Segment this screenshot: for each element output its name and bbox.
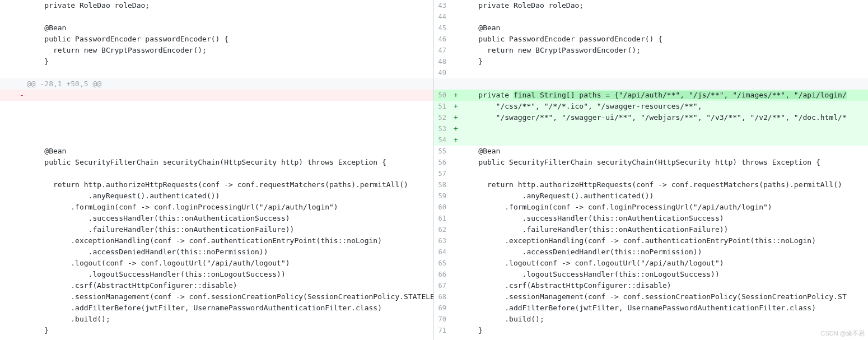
diff-row[interactable]: 54+ (434, 134, 868, 146)
code-cell: .exceptionHandling(conf -> conf.authenti… (461, 235, 868, 246)
diff-row[interactable] (0, 11, 433, 22)
diff-row[interactable]: .logoutSuccessHandler(this::onLogoutSucc… (0, 269, 433, 280)
line-number: 47 (434, 45, 451, 56)
diff-split-view: private RoleDao roleDao; @Bean public Pa… (0, 0, 868, 340)
line-number: 68 (434, 291, 451, 302)
code-cell: public SecurityFilterChain securityChain… (461, 157, 868, 168)
diff-row[interactable]: 51+ "/css/**", "/*/*.ico", "/swagger-res… (434, 101, 868, 112)
diff-row[interactable]: 47 return new BCryptPasswordEncoder(); (434, 45, 868, 56)
code-cell: private final String[] paths = {"/api/au… (461, 90, 868, 101)
diff-row[interactable]: 48 } (434, 56, 868, 67)
diff-row[interactable]: @@ -28,1 +50,5 @@ (0, 78, 433, 90)
diff-row[interactable]: 46 public PasswordEncoder passwordEncode… (434, 34, 868, 45)
line-number: 56 (434, 157, 451, 168)
diff-row[interactable]: 58 return http.authorizeHttpRequests(con… (434, 179, 868, 190)
diff-row[interactable]: 55 @Bean (434, 146, 868, 157)
line-number: 63 (434, 235, 451, 246)
inline-highlight: final String[] paths = {"/api/auth/**", … (514, 91, 847, 99)
diff-row[interactable]: 71 } (434, 325, 868, 336)
diff-row[interactable]: 50+ private final String[] paths = {"/ap… (434, 90, 868, 101)
code-cell: public PasswordEncoder passwordEncoder()… (461, 34, 868, 45)
diff-row[interactable]: private RoleDao roleDao; (0, 0, 433, 11)
diff-row[interactable] (0, 101, 433, 112)
code-cell: "/swagger/**", "/swagger-ui/**", "/webja… (461, 112, 868, 123)
diff-row[interactable]: 57 (434, 168, 868, 179)
diff-row[interactable]: 60 .formLogin(conf -> conf.loginProcessi… (434, 202, 868, 213)
line-number: 45 (434, 22, 451, 34)
diff-row[interactable]: return new BCryptPasswordEncoder(); (0, 45, 433, 56)
diff-row[interactable]: 52+ "/swagger/**", "/swagger-ui/**", "/w… (434, 112, 868, 123)
diff-row[interactable]: 45 @Bean (434, 22, 868, 34)
diff-row[interactable]: 67 .csrf(AbstractHttpConfigurer::disable… (434, 280, 868, 291)
diff-row[interactable]: } (0, 56, 433, 67)
code-cell: .accessDeniedHandler(this::noPermission)… (461, 246, 868, 258)
diff-row[interactable]: .accessDeniedHandler(this::noPermission)… (0, 246, 433, 258)
diff-row[interactable]: .addFilterBefore(jwtFilter, UsernamePass… (0, 302, 433, 314)
diff-row[interactable] (0, 112, 433, 123)
code-cell: @Bean (27, 22, 433, 34)
diff-row[interactable] (0, 123, 433, 134)
line-number: 50 (434, 90, 451, 101)
line-number: 46 (434, 34, 451, 45)
code-cell: .logout(conf -> conf.logoutUrl("/api/aut… (27, 258, 433, 269)
line-number: 60 (434, 202, 451, 213)
line-number: 44 (434, 11, 451, 22)
diff-row[interactable]: .csrf(AbstractHttpConfigurer::disable) (0, 280, 433, 291)
diff-row[interactable]: 63 .exceptionHandling(conf -> conf.authe… (434, 235, 868, 246)
diff-row[interactable]: 66 .logoutSuccessHandler(this::onLogoutS… (434, 269, 868, 280)
diff-row[interactable]: .failureHandler(this::onAuthenticationFa… (0, 224, 433, 235)
diff-row[interactable]: 49 (434, 67, 868, 78)
diff-row[interactable]: 69 .addFilterBefore(jwtFilter, UsernameP… (434, 302, 868, 314)
diff-row[interactable]: 62 .failureHandler(this::onAuthenticatio… (434, 224, 868, 235)
diff-row[interactable]: @Bean (0, 146, 433, 157)
diff-row[interactable]: .successHandler(this::onAuthenticationSu… (0, 213, 433, 224)
code-cell: @Bean (27, 146, 433, 157)
code-cell: @Bean (461, 146, 868, 157)
code-cell: return new BCryptPasswordEncoder(); (27, 45, 433, 56)
line-number: 43 (434, 0, 451, 11)
code-cell: .logout(conf -> conf.logoutUrl("/api/aut… (461, 258, 868, 269)
line-number: 67 (434, 280, 451, 291)
code-cell: .formLogin(conf -> conf.loginProcessingU… (27, 202, 433, 213)
diff-row[interactable]: } (0, 325, 433, 336)
diff-row[interactable]: @Bean (0, 22, 433, 34)
diff-row[interactable]: .formLogin(conf -> conf.loginProcessingU… (0, 202, 433, 213)
code-cell: .formLogin(conf -> conf.loginProcessingU… (461, 202, 868, 213)
line-number: 53 (434, 123, 451, 134)
code-cell (461, 78, 868, 90)
diff-row[interactable]: 56 public SecurityFilterChain securityCh… (434, 157, 868, 168)
diff-row[interactable] (0, 67, 433, 78)
diff-row[interactable]: 59 .anyRequest().authenticated()) (434, 190, 868, 202)
diff-row[interactable]: 65 .logout(conf -> conf.logoutUrl("/api/… (434, 258, 868, 269)
diff-row[interactable]: 53+ (434, 123, 868, 134)
code-cell: .successHandler(this::onAuthenticationSu… (461, 213, 868, 224)
diff-row[interactable]: 61 .successHandler(this::onAuthenticatio… (434, 213, 868, 224)
diff-row[interactable]: 44 (434, 11, 868, 22)
diff-row[interactable]: 68 .sessionManagement(conf -> conf.sessi… (434, 291, 868, 302)
diff-row[interactable]: public SecurityFilterChain securityChain… (0, 157, 433, 168)
line-number: 58 (434, 179, 451, 190)
line-number: 48 (434, 56, 451, 67)
diff-row[interactable]: .exceptionHandling(conf -> conf.authenti… (0, 235, 433, 246)
diff-row[interactable] (0, 134, 433, 146)
diff-row[interactable]: 70 .build(); (434, 314, 868, 325)
diff-row[interactable] (434, 78, 868, 90)
diff-row[interactable]: - (0, 90, 433, 101)
diff-sign: + (451, 112, 461, 123)
diff-row[interactable]: 43 private RoleDao roleDao; (434, 0, 868, 11)
diff-sign: + (451, 123, 461, 134)
diff-row[interactable]: public PasswordEncoder passwordEncoder()… (0, 34, 433, 45)
diff-row[interactable]: .anyRequest().authenticated()) (0, 190, 433, 202)
diff-left-pane[interactable]: private RoleDao roleDao; @Bean public Pa… (0, 0, 434, 340)
diff-right-pane[interactable]: 43 private RoleDao roleDao;4445 @Bean46 … (434, 0, 868, 340)
diff-row[interactable]: .logout(conf -> conf.logoutUrl("/api/aut… (0, 258, 433, 269)
diff-row[interactable] (0, 168, 433, 179)
line-number: 71 (434, 325, 451, 336)
line-number: 65 (434, 258, 451, 269)
code-cell: .failureHandler(this::onAuthenticationFa… (27, 224, 433, 235)
diff-row[interactable]: return http.authorizeHttpRequests(conf -… (0, 179, 433, 190)
code-text: private (461, 91, 514, 99)
diff-row[interactable]: .sessionManagement(conf -> conf.sessionC… (0, 291, 433, 302)
diff-row[interactable]: .build(); (0, 314, 433, 325)
diff-row[interactable]: 64 .accessDeniedHandler(this::noPermissi… (434, 246, 868, 258)
